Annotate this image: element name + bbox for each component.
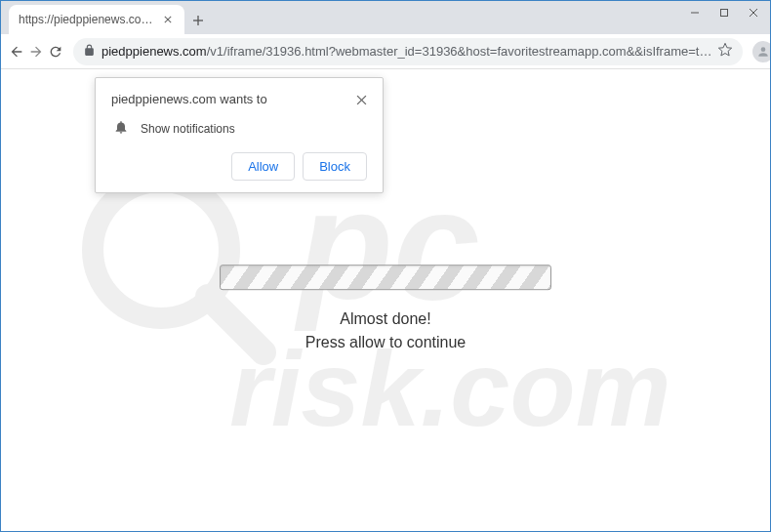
permission-item-text: Show notifications xyxy=(141,122,235,136)
close-tab-icon[interactable] xyxy=(161,13,175,26)
tab-title: https://piedppienews.com/v1/ifr… xyxy=(19,13,161,26)
bookmark-star-icon[interactable] xyxy=(717,42,733,61)
close-icon[interactable] xyxy=(356,92,367,109)
svg-point-12 xyxy=(93,182,229,318)
close-window-button[interactable] xyxy=(739,3,768,22)
back-button[interactable] xyxy=(9,38,24,65)
allow-button[interactable]: Allow xyxy=(231,152,295,181)
browser-tab[interactable]: https://piedppienews.com/v1/ifr… xyxy=(9,5,184,34)
svg-rect-1 xyxy=(721,10,728,17)
url-domain: piedppienews.com xyxy=(101,44,207,59)
status-line-1: Almost done! xyxy=(220,307,551,331)
url-path: /v1/iframe/31936.html?webmaster_id=31936… xyxy=(207,44,712,59)
permission-title: piedppienews.com wants to xyxy=(111,92,267,106)
lock-icon xyxy=(83,43,96,61)
avatar-icon xyxy=(752,41,771,62)
profile-avatar[interactable] xyxy=(752,38,771,65)
address-bar[interactable]: piedppienews.com/v1/iframe/31936.html?we… xyxy=(73,38,743,65)
notification-permission-dialog: piedppienews.com wants to Show notificat… xyxy=(95,77,384,193)
new-tab-button[interactable] xyxy=(184,7,212,34)
page-content: pc risk.com piedppienews.com wants to Sh… xyxy=(1,69,770,531)
bell-icon xyxy=(113,119,129,139)
status-line-2: Press allow to continue xyxy=(220,331,551,354)
tab-strip: https://piedppienews.com/v1/ifr… xyxy=(1,1,770,34)
block-button[interactable]: Block xyxy=(303,152,367,181)
progress-bar xyxy=(220,265,551,290)
maximize-button[interactable] xyxy=(710,3,739,22)
forward-button[interactable] xyxy=(28,38,44,65)
minimize-button[interactable] xyxy=(680,3,710,22)
window-controls xyxy=(680,3,768,22)
page-center: Almost done! Press allow to continue xyxy=(220,265,551,354)
url-text: piedppienews.com/v1/iframe/31936.html?we… xyxy=(101,44,711,59)
svg-point-8 xyxy=(761,47,766,52)
toolbar: piedppienews.com/v1/iframe/31936.html?we… xyxy=(1,34,770,69)
reload-button[interactable] xyxy=(48,38,63,65)
